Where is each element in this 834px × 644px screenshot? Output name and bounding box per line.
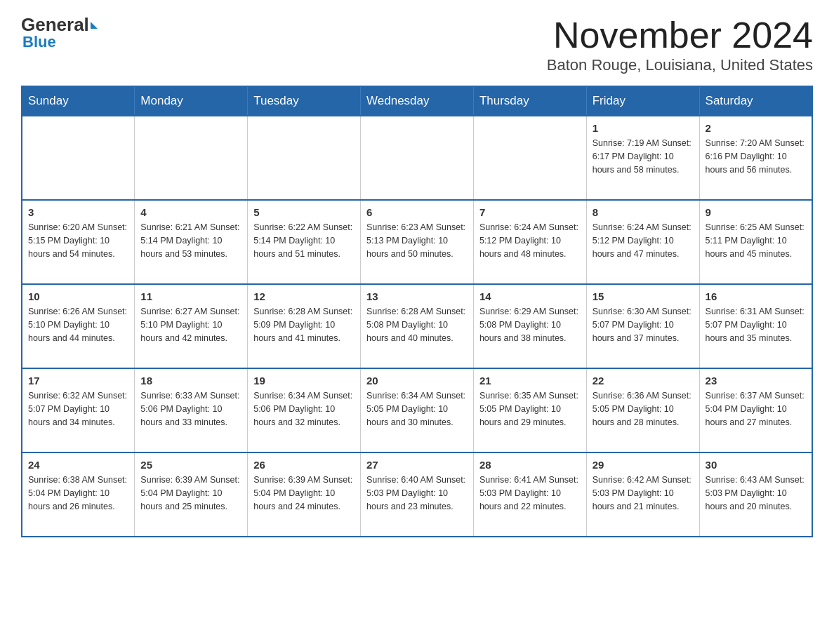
day-number: 25 xyxy=(140,459,241,471)
calendar-cell: 20Sunrise: 6:34 AM Sunset: 5:05 PM Dayli… xyxy=(361,368,474,452)
calendar-week-2: 3Sunrise: 6:20 AM Sunset: 5:15 PM Daylig… xyxy=(22,200,812,284)
calendar-cell: 30Sunrise: 6:43 AM Sunset: 5:03 PM Dayli… xyxy=(699,452,812,537)
day-number: 23 xyxy=(706,375,806,387)
day-info: Sunrise: 6:31 AM Sunset: 5:07 PM Dayligh… xyxy=(706,305,806,344)
calendar-cell: 1Sunrise: 7:19 AM Sunset: 6:17 PM Daylig… xyxy=(586,116,699,200)
calendar-cell: 22Sunrise: 6:36 AM Sunset: 5:05 PM Dayli… xyxy=(586,368,699,452)
day-info: Sunrise: 6:27 AM Sunset: 5:10 PM Dayligh… xyxy=(140,305,241,344)
calendar-week-3: 10Sunrise: 6:26 AM Sunset: 5:10 PM Dayli… xyxy=(22,284,812,368)
day-info: Sunrise: 6:28 AM Sunset: 5:08 PM Dayligh… xyxy=(366,305,468,344)
calendar-table: SundayMondayTuesdayWednesdayThursdayFrid… xyxy=(21,86,813,537)
day-number: 17 xyxy=(28,375,128,387)
logo-blue: Blue xyxy=(22,33,56,51)
day-info: Sunrise: 6:24 AM Sunset: 5:12 PM Dayligh… xyxy=(593,221,694,260)
day-number: 13 xyxy=(366,290,468,302)
day-number: 19 xyxy=(253,375,355,387)
day-number: 3 xyxy=(28,206,128,218)
day-number: 15 xyxy=(593,290,694,302)
calendar-cell: 13Sunrise: 6:28 AM Sunset: 5:08 PM Dayli… xyxy=(361,284,474,368)
calendar-col-tuesday: Tuesday xyxy=(248,86,361,116)
calendar-cell: 11Sunrise: 6:27 AM Sunset: 5:10 PM Dayli… xyxy=(135,284,248,368)
calendar-cell: 14Sunrise: 6:29 AM Sunset: 5:08 PM Dayli… xyxy=(473,284,586,368)
day-number: 12 xyxy=(253,290,355,302)
title-block: November 2024 Baton Rouge, Louisiana, Un… xyxy=(547,14,813,74)
calendar-cell xyxy=(473,116,586,200)
month-title: November 2024 xyxy=(547,14,813,56)
day-info: Sunrise: 6:34 AM Sunset: 5:06 PM Dayligh… xyxy=(253,389,355,429)
calendar-header-row: SundayMondayTuesdayWednesdayThursdayFrid… xyxy=(22,86,812,116)
day-info: Sunrise: 6:40 AM Sunset: 5:03 PM Dayligh… xyxy=(366,474,468,513)
calendar-cell: 12Sunrise: 6:28 AM Sunset: 5:09 PM Dayli… xyxy=(248,284,361,368)
calendar-cell: 17Sunrise: 6:32 AM Sunset: 5:07 PM Dayli… xyxy=(22,368,135,452)
day-info: Sunrise: 6:32 AM Sunset: 5:07 PM Dayligh… xyxy=(28,389,128,429)
day-info: Sunrise: 6:25 AM Sunset: 5:11 PM Dayligh… xyxy=(706,221,806,260)
calendar-cell: 8Sunrise: 6:24 AM Sunset: 5:12 PM Daylig… xyxy=(586,200,699,284)
calendar-cell: 9Sunrise: 6:25 AM Sunset: 5:11 PM Daylig… xyxy=(699,200,812,284)
calendar-cell: 25Sunrise: 6:39 AM Sunset: 5:04 PM Dayli… xyxy=(135,452,248,537)
page-header: General Blue November 2024 Baton Rouge, … xyxy=(21,14,813,74)
calendar-cell xyxy=(22,116,135,200)
calendar-col-wednesday: Wednesday xyxy=(361,86,474,116)
day-info: Sunrise: 6:26 AM Sunset: 5:10 PM Dayligh… xyxy=(28,305,128,344)
day-info: Sunrise: 6:39 AM Sunset: 5:04 PM Dayligh… xyxy=(253,474,355,513)
day-info: Sunrise: 6:24 AM Sunset: 5:12 PM Dayligh… xyxy=(479,221,581,260)
calendar-cell: 23Sunrise: 6:37 AM Sunset: 5:04 PM Dayli… xyxy=(699,368,812,452)
day-info: Sunrise: 6:20 AM Sunset: 5:15 PM Dayligh… xyxy=(28,221,128,260)
day-info: Sunrise: 6:34 AM Sunset: 5:05 PM Dayligh… xyxy=(366,389,468,429)
calendar-cell: 21Sunrise: 6:35 AM Sunset: 5:05 PM Dayli… xyxy=(473,368,586,452)
day-number: 8 xyxy=(593,206,694,218)
day-number: 11 xyxy=(140,290,241,302)
day-number: 26 xyxy=(253,459,355,471)
calendar-cell: 24Sunrise: 6:38 AM Sunset: 5:04 PM Dayli… xyxy=(22,452,135,537)
calendar-week-1: 1Sunrise: 7:19 AM Sunset: 6:17 PM Daylig… xyxy=(22,116,812,200)
day-info: Sunrise: 6:22 AM Sunset: 5:14 PM Dayligh… xyxy=(253,221,355,260)
day-number: 20 xyxy=(366,375,468,387)
day-number: 7 xyxy=(479,206,581,218)
day-info: Sunrise: 6:39 AM Sunset: 5:04 PM Dayligh… xyxy=(140,474,241,513)
calendar-cell xyxy=(361,116,474,200)
day-info: Sunrise: 6:36 AM Sunset: 5:05 PM Dayligh… xyxy=(593,389,694,429)
calendar-cell: 15Sunrise: 6:30 AM Sunset: 5:07 PM Dayli… xyxy=(586,284,699,368)
day-number: 30 xyxy=(706,459,806,471)
day-number: 24 xyxy=(28,459,128,471)
day-info: Sunrise: 6:42 AM Sunset: 5:03 PM Dayligh… xyxy=(593,474,694,513)
day-info: Sunrise: 7:20 AM Sunset: 6:16 PM Dayligh… xyxy=(706,137,806,176)
calendar-cell: 26Sunrise: 6:39 AM Sunset: 5:04 PM Dayli… xyxy=(248,452,361,537)
day-number: 10 xyxy=(28,290,128,302)
calendar-cell: 19Sunrise: 6:34 AM Sunset: 5:06 PM Dayli… xyxy=(248,368,361,452)
day-info: Sunrise: 6:38 AM Sunset: 5:04 PM Dayligh… xyxy=(28,474,128,513)
day-info: Sunrise: 6:30 AM Sunset: 5:07 PM Dayligh… xyxy=(593,305,694,344)
calendar-cell: 27Sunrise: 6:40 AM Sunset: 5:03 PM Dayli… xyxy=(361,452,474,537)
calendar-cell: 28Sunrise: 6:41 AM Sunset: 5:03 PM Dayli… xyxy=(473,452,586,537)
day-info: Sunrise: 7:19 AM Sunset: 6:17 PM Dayligh… xyxy=(593,137,694,176)
day-info: Sunrise: 6:35 AM Sunset: 5:05 PM Dayligh… xyxy=(479,389,581,429)
calendar-week-5: 24Sunrise: 6:38 AM Sunset: 5:04 PM Dayli… xyxy=(22,452,812,537)
calendar-cell: 6Sunrise: 6:23 AM Sunset: 5:13 PM Daylig… xyxy=(361,200,474,284)
day-number: 9 xyxy=(706,206,806,218)
calendar-header: SundayMondayTuesdayWednesdayThursdayFrid… xyxy=(22,86,812,116)
day-info: Sunrise: 6:33 AM Sunset: 5:06 PM Dayligh… xyxy=(140,389,241,429)
calendar-col-monday: Monday xyxy=(135,86,248,116)
calendar-cell: 29Sunrise: 6:42 AM Sunset: 5:03 PM Dayli… xyxy=(586,452,699,537)
calendar-cell: 7Sunrise: 6:24 AM Sunset: 5:12 PM Daylig… xyxy=(473,200,586,284)
calendar-cell xyxy=(248,116,361,200)
calendar-cell: 18Sunrise: 6:33 AM Sunset: 5:06 PM Dayli… xyxy=(135,368,248,452)
day-info: Sunrise: 6:29 AM Sunset: 5:08 PM Dayligh… xyxy=(479,305,581,344)
day-info: Sunrise: 6:28 AM Sunset: 5:09 PM Dayligh… xyxy=(253,305,355,344)
calendar-cell: 4Sunrise: 6:21 AM Sunset: 5:14 PM Daylig… xyxy=(135,200,248,284)
day-number: 28 xyxy=(479,459,581,471)
day-number: 29 xyxy=(593,459,694,471)
calendar-cell: 5Sunrise: 6:22 AM Sunset: 5:14 PM Daylig… xyxy=(248,200,361,284)
day-number: 21 xyxy=(479,375,581,387)
day-number: 18 xyxy=(140,375,241,387)
location-title: Baton Rouge, Louisiana, United States xyxy=(547,56,813,74)
day-number: 2 xyxy=(706,122,806,134)
calendar-col-friday: Friday xyxy=(586,86,699,116)
day-info: Sunrise: 6:41 AM Sunset: 5:03 PM Dayligh… xyxy=(479,474,581,513)
calendar-cell xyxy=(135,116,248,200)
calendar-col-thursday: Thursday xyxy=(473,86,586,116)
logo-triangle-icon xyxy=(91,22,98,29)
calendar-cell: 3Sunrise: 6:20 AM Sunset: 5:15 PM Daylig… xyxy=(22,200,135,284)
day-info: Sunrise: 6:37 AM Sunset: 5:04 PM Dayligh… xyxy=(706,389,806,429)
day-number: 14 xyxy=(479,290,581,302)
